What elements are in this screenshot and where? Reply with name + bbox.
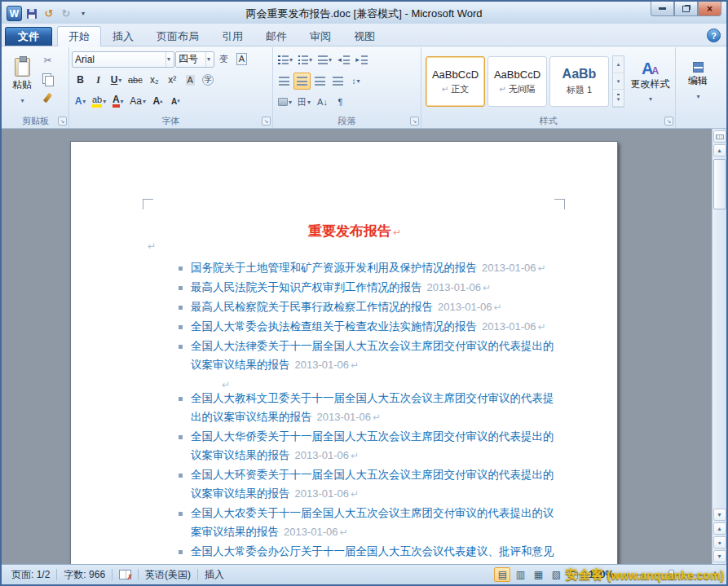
align-center-button[interactable] [293, 73, 311, 90]
style-no-spacing[interactable]: AaBbCcD ↵无间隔 [488, 56, 547, 107]
proofing-status[interactable]: ✗ [113, 565, 138, 584]
numbering-button[interactable] [296, 51, 315, 68]
phonetic-guide-button[interactable]: 变 [215, 51, 232, 68]
select-browse-object-button[interactable]: ● [713, 536, 726, 549]
change-case-button[interactable]: Aa [127, 93, 148, 110]
tab-mailings[interactable]: 邮件 [254, 27, 298, 46]
sort-icon: A↓ [317, 97, 328, 107]
copy-button[interactable] [39, 70, 56, 87]
web-layout-view-button[interactable]: ▦ [530, 567, 546, 582]
outline-view-button[interactable]: ▧ [548, 567, 564, 582]
bullet-icon [179, 337, 191, 355]
line-spacing-button[interactable]: ↕ [347, 73, 364, 90]
font-family-combo[interactable]: Arial [72, 51, 174, 68]
shading-button[interactable] [276, 94, 294, 111]
gallery-up-button[interactable] [613, 56, 624, 73]
list-item[interactable]: 全国人大农委关于十一届全国人大五次会议主席团交付审议的代表提出的议案审议结果的报… [179, 504, 562, 542]
shrink-font-button[interactable]: A [167, 93, 184, 110]
scrollbar-thumb[interactable] [713, 159, 726, 209]
justify-button[interactable] [329, 73, 346, 90]
style-normal[interactable]: AaBbCcD ↵正文 [426, 56, 485, 107]
minimize-button[interactable] [651, 2, 674, 16]
undo-button[interactable]: ↺ [42, 7, 56, 21]
character-shading-button[interactable]: A [182, 72, 199, 89]
word-logo-icon[interactable]: W [7, 6, 22, 21]
language-indicator[interactable]: 英语(美国) [139, 565, 197, 584]
increase-indent-button[interactable]: ▸ [353, 51, 370, 68]
page[interactable]: 重要发布报告 国务院关于土地管理和矿产资源开发利用及保护情况的报告2013-01… [70, 141, 618, 564]
tab-insert[interactable]: 插入 [101, 27, 145, 46]
highlight-color-button[interactable]: ab [90, 93, 108, 110]
save-button[interactable] [24, 7, 39, 21]
character-border-button[interactable]: A [233, 51, 250, 68]
editing-menu-button[interactable]: 编辑 [679, 61, 717, 102]
next-page-button[interactable]: ▼ [713, 550, 726, 562]
gallery-more-button[interactable] [613, 90, 624, 107]
word-count[interactable]: 字数: 966 [57, 565, 112, 584]
help-icon[interactable] [707, 29, 721, 42]
underline-button[interactable]: U [108, 72, 125, 89]
grow-font-button[interactable]: A [149, 93, 166, 110]
bold-button[interactable]: B [72, 72, 89, 89]
print-layout-view-button[interactable]: ▤ [494, 567, 510, 582]
strikethrough-button[interactable]: abc [126, 72, 145, 89]
page-indicator[interactable]: 页面: 1/2 [5, 565, 56, 584]
italic-button[interactable]: I [90, 72, 107, 89]
list-item[interactable]: 全国人大环资委关于十一届全国人大五次会议主席团交付审议的代表提出的议案审议结果的… [179, 465, 562, 504]
tab-page-layout[interactable]: 页面布局 [145, 27, 210, 46]
document-title[interactable]: 重要发布报告 [148, 222, 562, 240]
increase-indent-icon: ▸ [355, 55, 368, 64]
text-effects-button[interactable]: A [72, 93, 89, 110]
font-dialog-launcher[interactable] [262, 117, 271, 126]
tab-review[interactable]: 审阅 [298, 27, 342, 46]
borders-button[interactable]: 田 [295, 94, 313, 111]
font-size-combo[interactable]: 四号 [175, 51, 214, 68]
chevron-down-icon [165, 52, 171, 67]
align-right-button[interactable] [311, 73, 329, 90]
list-item[interactable]: 最高人民法院关于知识产权审判工作情况的报告2013-01-06 [179, 278, 562, 297]
ruler-toggle-button[interactable] [713, 130, 726, 143]
customize-qat-button[interactable] [76, 7, 90, 21]
styles-dialog-launcher[interactable] [664, 117, 673, 126]
bullets-button[interactable] [276, 51, 295, 68]
restore-button[interactable] [674, 2, 698, 16]
tab-file[interactable]: 文件 [5, 27, 52, 46]
list-item[interactable]: 国务院关于土地管理和矿产资源开发利用及保护情况的报告2013-01-06 [179, 258, 562, 278]
list-item[interactable]: 最高人民检察院关于民事行政检察工作情况的报告2013-01-06 [179, 297, 562, 317]
paragraph-dialog-launcher[interactable] [410, 117, 419, 126]
superscript-button[interactable]: x² [164, 72, 181, 89]
cut-button[interactable]: ✂ [39, 51, 56, 68]
redo-button[interactable]: ↻ [59, 7, 73, 21]
window-controls: × [651, 2, 721, 16]
scroll-up-button[interactable]: ▲ [713, 144, 726, 156]
tab-references[interactable]: 引用 [210, 27, 254, 46]
decrease-indent-button[interactable]: ◂ [335, 51, 352, 68]
change-styles-button[interactable]: AA 更改样式 [628, 59, 673, 104]
align-left-button[interactable] [276, 73, 293, 90]
style-heading-1[interactable]: AaBb 标题 1 [549, 56, 609, 107]
fullscreen-reading-view-button[interactable]: ▥ [512, 567, 528, 582]
subscript-button[interactable]: x₂ [146, 72, 163, 89]
format-painter-button[interactable] [39, 89, 56, 106]
insert-mode-indicator[interactable]: 插入 [198, 565, 231, 584]
change-case-icon: Aa [130, 95, 142, 107]
list-item[interactable]: 全国人大华侨委关于十一届全国人大五次会议主席团交付审议的代表提出的议案审议结果的… [179, 427, 562, 465]
clipboard-dialog-launcher[interactable] [58, 117, 67, 126]
list-item[interactable]: 全国人大教科文卫委关于十一届全国人大五次会议主席团交付审议的代表提出的议案审议结… [179, 389, 562, 427]
font-color-button[interactable]: A [109, 93, 126, 110]
tab-view[interactable]: 视图 [342, 27, 386, 46]
show-hide-marks-button[interactable]: ¶ [332, 94, 349, 111]
list-item[interactable]: 全国人大法律委关于十一届全国人大五次会议主席团交付审议的代表提出的议案审议结果的… [179, 337, 562, 375]
list-item[interactable]: 全国人大常委会办公厅关于十一届全国人大五次会议代表建议、批评和意见办理情况报告2… [179, 542, 562, 564]
previous-page-button[interactable]: ▲ [713, 522, 726, 535]
tab-home[interactable]: 开始 [57, 26, 101, 46]
close-button[interactable]: × [698, 2, 721, 16]
enclose-characters-button[interactable]: 字 [200, 72, 217, 89]
multilevel-list-button[interactable] [315, 51, 334, 68]
scroll-down-button[interactable]: ▼ [713, 509, 726, 521]
gallery-down-button[interactable] [613, 73, 624, 90]
list-item[interactable]: 全国人大常委会执法检查组关于检查农业法实施情况的报告2013-01-06 [179, 317, 562, 337]
sort-button[interactable]: A↓ [314, 94, 331, 111]
scrollbar-track[interactable] [713, 157, 726, 508]
paste-button[interactable]: 粘贴 [5, 49, 39, 114]
